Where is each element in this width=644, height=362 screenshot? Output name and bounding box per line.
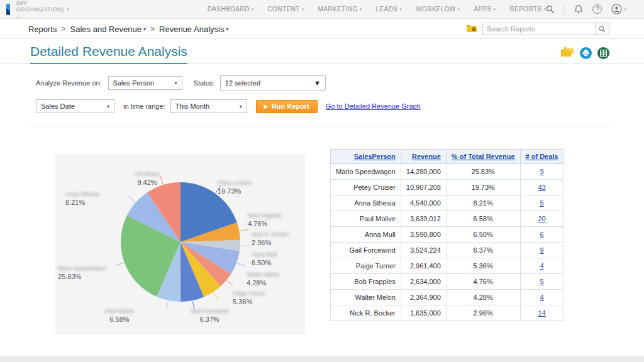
deals-count-link[interactable]: 4 xyxy=(540,293,543,301)
folder-icon[interactable] xyxy=(560,47,574,60)
time-range-select[interactable]: This Month ▾ xyxy=(170,99,247,113)
page-title: Detailed Revenue Analysis xyxy=(30,44,187,64)
pie-slice-name-blurred: Anna Mull xyxy=(252,251,277,258)
report-actions xyxy=(560,47,609,60)
dropdown-arrow-icon: ▼ xyxy=(314,79,321,87)
nav-item-dashboard[interactable]: DASHBOARD▾ xyxy=(208,6,254,13)
pie-slice-percent: 6.58% xyxy=(94,315,145,323)
cell-percent: 19.73% xyxy=(446,180,520,195)
pie-slice-percent: 5.36% xyxy=(233,298,265,305)
nav-item-leads[interactable]: LEADS▾ xyxy=(376,6,402,13)
deals-count-link[interactable]: 43 xyxy=(538,184,545,191)
table-row: Gail Forcewind3,524,2246.37%9 xyxy=(331,243,564,258)
pie-slice-name-blurred: Anna Sthesia xyxy=(65,190,99,198)
nav-item-reports[interactable]: REPORTS▾ xyxy=(510,6,547,13)
deals-count-link[interactable]: 6 xyxy=(540,231,543,238)
chevron-down-icon: ▾ xyxy=(399,7,402,12)
nav-item-workflow[interactable]: WORKFLOW▾ xyxy=(416,6,460,13)
time-range-value: This Month xyxy=(175,102,209,110)
main-nav: DASHBOARD▾ CONTENT▾ MARKETING▾ LEADS▾ WO… xyxy=(208,6,547,13)
header-revenue[interactable]: Revenue xyxy=(401,150,446,164)
pie-slice-label: Nick R. Bocker2.96% xyxy=(252,231,289,246)
date-field-select[interactable]: Sales Date ▾ xyxy=(36,99,114,113)
breadcrumb-section[interactable]: Sales and Revenue ▾ xyxy=(70,25,147,34)
cell-salesperson: Paige Turner xyxy=(331,258,401,274)
export-excel-icon[interactable] xyxy=(597,47,609,59)
deals-count-link[interactable]: 5 xyxy=(540,278,543,285)
deals-count-link[interactable]: 9 xyxy=(540,246,543,254)
help-icon[interactable]: ? xyxy=(592,4,602,14)
deals-count-link[interactable]: 5 xyxy=(540,199,543,207)
breadcrumb-page[interactable]: Revenue Analysis ▾ xyxy=(159,25,228,34)
deals-count-link[interactable]: 4 xyxy=(540,262,543,270)
header-num-deals[interactable]: # of Deals xyxy=(520,150,564,164)
pie-slice-label: Paul Molive6.58% xyxy=(94,307,145,323)
pie-slice-label: Bob Frapples4.76% xyxy=(248,212,282,228)
cell-salesperson: Nick R. Bocker xyxy=(331,305,401,321)
run-report-button[interactable]: ▶ Run Report xyxy=(256,100,318,113)
analyze-field-select[interactable]: Sales Person ▾ xyxy=(108,76,182,90)
print-icon[interactable] xyxy=(580,47,592,59)
pie-slice-percent: 25.83% xyxy=(58,273,140,280)
header-percent-of-total[interactable]: % of Total Revenue xyxy=(446,150,520,164)
organization-label: (MY ORGANIZATION) ... xyxy=(16,0,64,19)
pie-slice-name-blurred: Mario Speedwagon xyxy=(58,265,140,272)
pie-slice-percent: 4.76% xyxy=(248,220,282,228)
cell-revenue: 2,364,900 xyxy=(401,290,446,305)
cell-salesperson: Paul Molive xyxy=(331,211,401,227)
filter-row-1: Analyze Revenue on: Sales Person ▾ Statu… xyxy=(36,75,326,90)
report-search-button[interactable] xyxy=(595,23,609,35)
breadcrumb-bar: Reports > Sales and Revenue ▾ > Revenue … xyxy=(0,19,644,39)
breadcrumb: Reports > Sales and Revenue ▾ > Revenue … xyxy=(28,25,228,34)
breadcrumb-separator: > xyxy=(150,25,155,33)
breadcrumb-reports[interactable]: Reports xyxy=(28,25,57,34)
folder-lock-icon[interactable] xyxy=(466,23,477,35)
cell-revenue: 3,590,800 xyxy=(401,227,446,243)
table-row: Bob Frapples2,634,0004.76%5 xyxy=(331,274,564,290)
notifications-bell-icon[interactable] xyxy=(574,4,583,14)
pie-slice-percent: 2.96% xyxy=(252,239,289,246)
deals-count-link[interactable]: 20 xyxy=(538,215,545,222)
nav-item-apps[interactable]: APPS▾ xyxy=(474,6,496,13)
divider xyxy=(564,5,565,14)
pie-slice-percent: 4.28% xyxy=(247,279,280,287)
pie-slice-label: Gail Forcewind6.37% xyxy=(184,307,235,323)
pie-slice-percent: 6.37% xyxy=(184,315,235,323)
section-divider xyxy=(30,126,614,126)
breadcrumb-separator: > xyxy=(62,25,66,33)
organization-switcher[interactable]: (MY ORGANIZATION) ... ▾ xyxy=(16,0,69,19)
cell-percent: 6.50% xyxy=(446,227,520,243)
report-search-input[interactable] xyxy=(483,23,595,35)
chevron-down-icon: ▾ xyxy=(175,80,177,86)
report-header: Detailed Revenue Analysis xyxy=(0,44,644,64)
deals-count-link[interactable]: 9 xyxy=(540,168,543,175)
table-header-row: SalesPerson Revenue % of Total Revenue #… xyxy=(331,150,564,164)
cell-percent: 4.76% xyxy=(446,274,520,290)
chevron-down-icon: ▾ xyxy=(252,7,254,12)
pie-slice-label: Paige Turner5.36% xyxy=(233,290,265,305)
nav-item-content[interactable]: CONTENT▾ xyxy=(268,6,304,13)
cell-salesperson: Anna Mull xyxy=(331,227,401,243)
app-logo[interactable] xyxy=(6,4,10,15)
detailed-revenue-graph-link[interactable]: Go to Detailed Revenue Graph xyxy=(326,102,421,110)
analyze-on-label: Analyze Revenue on: xyxy=(36,79,102,87)
table-row: Paul Molive3,639,0126.58%20 xyxy=(331,211,564,227)
breadcrumb-right-tools xyxy=(466,23,609,35)
account-icon[interactable]: ▾ xyxy=(611,4,626,14)
pie-slice-name-blurred: Gail Forcewind xyxy=(184,307,235,315)
top-icon-group: ? ▾ xyxy=(546,4,626,14)
pie-slice-label: Walter Melon4.28% xyxy=(247,271,280,287)
pie-slice-label: Anna Mull6.50% xyxy=(252,251,277,266)
table-row: Paige Turner2,961,4005.36%4 xyxy=(331,258,564,274)
pie-slice-name-blurred: Nick R. Bocker xyxy=(252,231,289,238)
table-row: Anna Mull3,590,8006.50%6 xyxy=(331,227,564,243)
nav-item-marketing[interactable]: MARKETING▾ xyxy=(318,6,362,13)
pie-slice-name-blurred: Paige Turner xyxy=(233,290,265,297)
cell-percent: 5.36% xyxy=(446,258,520,274)
cell-revenue: 3,639,012 xyxy=(401,211,446,227)
header-salesperson[interactable]: SalesPerson xyxy=(331,150,401,164)
deals-count-link[interactable]: 14 xyxy=(538,309,545,317)
search-icon[interactable] xyxy=(546,5,555,14)
cell-revenue: 10,907,208 xyxy=(401,180,446,195)
status-multiselect[interactable]: 12 selected ▼ xyxy=(220,75,326,90)
